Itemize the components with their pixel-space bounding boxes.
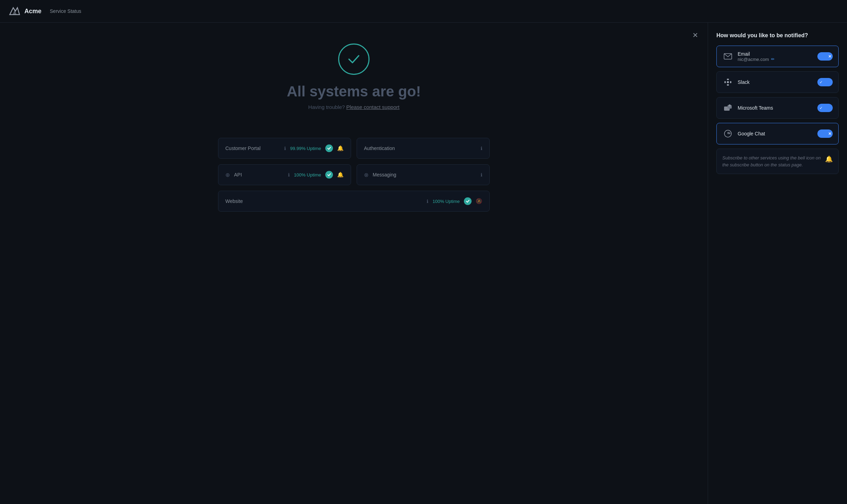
service-card-customer-portal: Customer Portal ℹ 99.99% Uptime 🔔	[218, 138, 351, 159]
main-layout: ✕ All systems are go! Having trouble? Pl…	[0, 23, 847, 504]
svg-point-10	[729, 104, 731, 107]
close-button[interactable]: ✕	[690, 30, 701, 41]
service-uptime-api: 100% Uptime	[294, 172, 321, 178]
support-link[interactable]: Please contact support	[346, 104, 399, 110]
right-panel: How would you like to be notified? Email…	[708, 23, 847, 504]
service-name-customer-portal: Customer Portal	[225, 145, 280, 151]
header-nav: Service Status	[50, 8, 81, 14]
service-name-messaging: Messaging	[373, 172, 476, 178]
svg-rect-3	[724, 81, 726, 83]
service-card-messaging: ⊗ Messaging ℹ	[357, 164, 490, 185]
header: Acme Service Status	[0, 0, 847, 23]
bell-crossed-icon-website[interactable]: 🔕	[476, 198, 482, 204]
hint-bell-icon: 🔔	[825, 155, 833, 163]
google-chat-channel-name: Google Chat	[738, 131, 813, 136]
google-chat-channel-info: Google Chat	[738, 131, 813, 136]
slack-icon	[722, 77, 733, 88]
service-check-customer-portal	[325, 144, 333, 152]
bell-icon-customer-portal[interactable]: 🔔	[337, 145, 344, 151]
info-icon-messaging[interactable]: ℹ	[481, 172, 482, 178]
svg-point-7	[727, 81, 729, 83]
slack-channel-name: Slack	[738, 79, 813, 85]
service-uptime-customer-portal: 99.99% Uptime	[290, 146, 321, 151]
email-toggle[interactable]: ✕	[817, 52, 833, 61]
info-icon-authentication[interactable]: ℹ	[481, 146, 482, 151]
content-area: ✕ All systems are go! Having trouble? Pl…	[0, 23, 708, 504]
hero-section: All systems are go! Having trouble? Plea…	[287, 44, 421, 110]
service-check-api	[325, 171, 333, 179]
hero-subtitle: Having trouble? Please contact support	[308, 104, 399, 110]
edit-email-icon[interactable]: ✏	[771, 57, 775, 62]
email-icon	[722, 51, 733, 62]
panel-title: How would you like to be notified?	[716, 32, 839, 39]
service-name-website: Website	[225, 198, 422, 204]
google-icon	[722, 128, 733, 139]
bell-icon-api[interactable]: 🔔	[337, 172, 344, 178]
service-name-api: API	[234, 172, 284, 178]
acme-logo-icon	[8, 5, 21, 17]
channel-card-teams: Microsoft Teams ✓	[716, 97, 839, 119]
svg-rect-4	[727, 79, 729, 80]
hero-title: All systems are go!	[287, 83, 421, 100]
teams-channel-name: Microsoft Teams	[738, 105, 813, 111]
email-channel-info: Email nic@acme.com ✏	[738, 51, 813, 62]
logo-area: Acme	[8, 5, 41, 17]
service-uptime-website: 100% Uptime	[433, 199, 460, 204]
info-icon-customer-portal[interactable]: ℹ	[284, 146, 286, 151]
channel-card-slack: Slack ✓	[716, 71, 839, 93]
service-card-api: ⊕ API ℹ 100% Uptime 🔔	[218, 164, 351, 185]
info-icon-api[interactable]: ℹ	[288, 172, 290, 178]
svg-rect-5	[730, 81, 731, 83]
email-channel-name: Email	[738, 51, 813, 57]
slack-channel-info: Slack	[738, 79, 813, 85]
google-chat-toggle[interactable]: ✕	[817, 129, 833, 138]
service-card-authentication: Authentication ℹ	[357, 138, 490, 159]
api-icon: ⊕	[225, 172, 230, 178]
service-name-authentication: Authentication	[364, 145, 476, 151]
hint-text: Subscribe to other services using the be…	[722, 155, 821, 168]
service-card-website: Website ℹ 100% Uptime 🔕	[218, 191, 490, 212]
service-check-website	[464, 197, 472, 205]
email-channel-address: nic@acme.com ✏	[738, 57, 813, 62]
logo-text: Acme	[24, 8, 41, 15]
svg-rect-6	[727, 84, 729, 86]
hint-box: Subscribe to other services using the be…	[716, 149, 839, 174]
channel-card-google-chat: Google Chat ✕	[716, 123, 839, 144]
info-icon-website[interactable]: ℹ	[427, 199, 428, 204]
channel-card-email: Email nic@acme.com ✏ ✕	[716, 46, 839, 67]
messaging-icon: ⊗	[364, 172, 368, 178]
svg-marker-1	[13, 10, 17, 15]
teams-toggle[interactable]: ✓	[817, 104, 833, 112]
teams-icon	[722, 102, 733, 113]
services-grid: Customer Portal ℹ 99.99% Uptime 🔔 Authen…	[218, 138, 490, 212]
slack-toggle[interactable]: ✓	[817, 78, 833, 86]
status-checkmark-circle	[338, 44, 370, 75]
checkmark-icon	[346, 52, 362, 67]
teams-channel-info: Microsoft Teams	[738, 105, 813, 111]
